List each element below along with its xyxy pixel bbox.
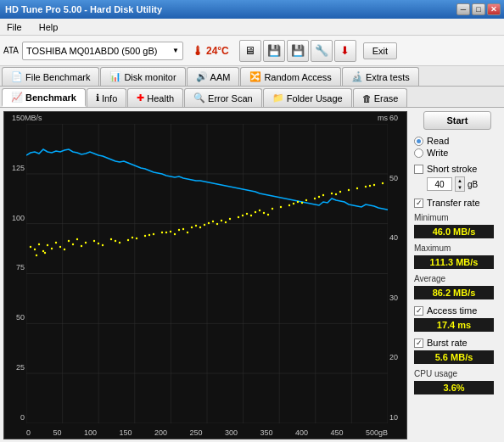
tab-erase[interactable]: 🗑 Erase xyxy=(353,88,408,107)
svg-point-25 xyxy=(59,246,61,248)
extra-tests-icon: 🔬 xyxy=(351,71,363,82)
transfer-rate-checkbox[interactable]: ✓ xyxy=(414,199,423,208)
burst-rate-checkbox[interactable]: ✓ xyxy=(414,338,423,348)
tab-error-scan[interactable]: 🔍 Error Scan xyxy=(184,88,262,107)
title-bar: HD Tune Pro 5.00 - Hard Disk Utility ─ □… xyxy=(0,0,504,19)
short-stroke-checkbox[interactable] xyxy=(414,165,423,174)
right-panel: Start Read Write Short stroke 40 ▲ ▼ gB xyxy=(411,108,504,442)
stroke-input: 40 ▲ ▼ gB xyxy=(427,176,501,192)
svg-point-80 xyxy=(44,252,46,254)
average-value: 86.2 MB/s xyxy=(414,286,494,299)
svg-point-38 xyxy=(161,232,163,233)
svg-point-86 xyxy=(148,234,150,236)
svg-point-74 xyxy=(382,182,384,184)
svg-point-43 xyxy=(187,232,188,233)
svg-point-70 xyxy=(348,189,350,191)
stroke-down[interactable]: ▼ xyxy=(456,184,464,191)
svg-point-90 xyxy=(267,214,269,215)
svg-point-85 xyxy=(132,237,133,238)
tabs-row-2: 📈 Benchmark ℹ Info ✚ Health 🔍 Error Scan… xyxy=(0,87,504,107)
burst-rate-value: 5.6 MB/s xyxy=(414,350,494,364)
svg-point-19 xyxy=(34,249,36,250)
thermometer-icon: 🌡 xyxy=(192,44,204,58)
svg-point-89 xyxy=(225,221,227,223)
write-radio[interactable] xyxy=(414,148,423,158)
svg-point-68 xyxy=(331,193,333,194)
cpu-usage-label: CPU usage xyxy=(414,369,501,378)
svg-point-91 xyxy=(301,202,303,204)
tab-info[interactable]: ℹ Info xyxy=(87,88,126,107)
svg-point-26 xyxy=(68,240,70,242)
menu-bar: File Help xyxy=(0,19,504,36)
svg-point-56 xyxy=(255,211,256,213)
stroke-unit: gB xyxy=(468,180,478,189)
file-benchmark-icon: 📄 xyxy=(11,71,23,82)
svg-point-46 xyxy=(204,224,205,226)
svg-point-50 xyxy=(221,220,222,221)
toolbar-icon-2[interactable]: 💾 xyxy=(263,40,285,62)
svg-point-36 xyxy=(144,235,146,237)
tab-disk-monitor[interactable]: 📊 Disk monitor xyxy=(100,67,185,86)
svg-point-82 xyxy=(81,245,82,247)
window-controls: ─ □ ✕ xyxy=(456,3,501,15)
svg-point-48 xyxy=(212,221,214,222)
maximize-button[interactable]: □ xyxy=(472,3,485,15)
svg-point-61 xyxy=(288,204,290,206)
svg-point-18 xyxy=(30,246,31,248)
tab-random-access[interactable]: 🔀 Random Access xyxy=(240,67,340,86)
scatter-dots xyxy=(30,176,388,256)
cpu-usage-value: 3.6% xyxy=(414,381,494,394)
average-label: Average xyxy=(414,274,501,283)
start-button[interactable]: Start xyxy=(423,111,491,130)
chart-svg xyxy=(26,124,388,423)
svg-point-84 xyxy=(115,240,116,242)
tab-folder-usage[interactable]: 📁 Folder Usage xyxy=(263,88,352,107)
health-icon: ✚ xyxy=(137,92,144,104)
main-content: MB/s ms 150 125 100 75 50 25 0 60 50 40 … xyxy=(0,108,504,442)
toolbar-icon-3[interactable]: 💾 xyxy=(287,40,309,62)
svg-point-67 xyxy=(322,194,324,196)
svg-point-65 xyxy=(314,198,316,199)
stroke-value[interactable]: 40 xyxy=(427,177,452,191)
tab-benchmark[interactable]: 📈 Benchmark xyxy=(2,88,86,107)
svg-point-88 xyxy=(199,227,201,228)
transfer-rate-item[interactable]: ✓ Transfer rate xyxy=(414,198,501,208)
svg-point-62 xyxy=(293,203,294,204)
svg-point-52 xyxy=(238,216,239,218)
tab-file-benchmark[interactable]: 📄 File Benchmark xyxy=(2,67,99,86)
tab-extra-tests[interactable]: 🔬 Extra tests xyxy=(342,67,419,86)
stroke-up[interactable]: ▲ xyxy=(456,177,464,184)
minimize-button[interactable]: ─ xyxy=(456,3,470,15)
short-stroke-item[interactable]: Short stroke xyxy=(414,164,501,174)
read-radio[interactable] xyxy=(414,137,423,146)
minimum-label: Minimum xyxy=(414,213,501,222)
exit-button[interactable]: Exit xyxy=(363,42,397,59)
tab-aam[interactable]: 🔊 AAM xyxy=(187,67,240,86)
svg-point-57 xyxy=(259,210,260,211)
access-time-item[interactable]: ✓ Access time xyxy=(414,305,501,316)
toolbar: ATA TOSHIBA MQ01ABD0 (500 gB) 🌡 24°C 🖥 💾… xyxy=(0,36,504,66)
folder-usage-icon: 📁 xyxy=(272,92,284,104)
svg-point-71 xyxy=(356,187,358,189)
svg-point-79 xyxy=(36,255,37,256)
aam-icon: 🔊 xyxy=(196,71,208,82)
close-button[interactable]: ✕ xyxy=(487,3,501,15)
svg-point-40 xyxy=(174,233,176,235)
read-option[interactable]: Read xyxy=(414,136,501,146)
svg-point-32 xyxy=(110,238,112,240)
access-time-checkbox[interactable]: ✓ xyxy=(414,306,423,316)
menu-help[interactable]: Help xyxy=(36,20,62,34)
svg-point-93 xyxy=(369,185,371,187)
svg-point-49 xyxy=(216,223,218,225)
menu-file[interactable]: File xyxy=(3,20,25,34)
toolbar-icon-5[interactable]: ⬇ xyxy=(334,40,356,62)
temperature-display: 🌡 24°C xyxy=(192,44,229,58)
write-option[interactable]: Write xyxy=(414,148,501,158)
toolbar-icon-4[interactable]: 🔧 xyxy=(311,40,333,62)
burst-rate-item[interactable]: ✓ Burst rate xyxy=(414,338,501,348)
tab-health[interactable]: ✚ Health xyxy=(127,88,183,107)
short-stroke-label: Short stroke xyxy=(427,164,477,174)
toolbar-icons: 🖥 💾 💾 🔧 ⬇ xyxy=(239,40,356,62)
drive-dropdown[interactable]: TOSHIBA MQ01ABD0 (500 gB) xyxy=(22,42,183,60)
toolbar-icon-1[interactable]: 🖥 xyxy=(239,40,261,62)
